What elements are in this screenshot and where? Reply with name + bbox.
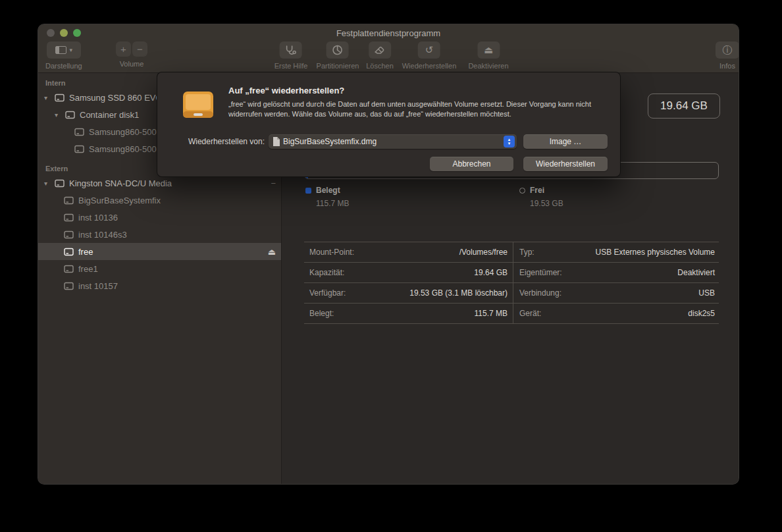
cell-value: USB — [698, 288, 715, 298]
legend-frei: Frei 19.53 GB — [519, 186, 563, 208]
volume-size-badge: 19.64 GB — [648, 93, 720, 119]
unmount-button[interactable]: ⏏ — [477, 41, 500, 59]
window-title: Festplattendienstprogramm — [38, 28, 739, 38]
legend-value: 19.53 GB — [530, 199, 563, 208]
sidebar-item-label: free1 — [78, 264, 98, 274]
volume-icon — [74, 145, 84, 153]
table-cell: Gerät: disk2s5 — [513, 303, 719, 323]
eraser-icon — [375, 45, 386, 55]
sidebar-item-free1[interactable]: free1 — [38, 260, 281, 277]
info-icon: ⓘ — [723, 44, 733, 57]
sidebar-item-label: inst 10136 — [78, 213, 118, 223]
toolbar-group-partition: Partitionieren — [317, 41, 359, 70]
eject-icon[interactable]: ⏏ — [268, 247, 276, 257]
cell-value: 115.7 MB — [475, 309, 508, 318]
stethoscope-icon — [285, 45, 297, 55]
stepper-down-icon: ▾ — [508, 142, 511, 146]
info-label: Infos — [719, 62, 735, 70]
window-header: Festplattendienstprogramm ▾ Darstellung … — [38, 24, 739, 73]
toolbar-group-first-aid: Erste Hilfe — [274, 41, 308, 70]
dialog-title: Auf „free“ wiederherstellen? — [228, 86, 344, 95]
remove-volume-button[interactable]: − — [132, 41, 147, 57]
first-aid-label: Erste Hilfe — [274, 62, 308, 70]
toolbar-group-erase: Löschen — [366, 41, 394, 70]
disk-utility-window: Festplattendienstprogramm ▾ Darstellung … — [38, 24, 739, 485]
cancel-button[interactable]: Abbrechen — [430, 157, 513, 171]
sidebar-item-label: free — [78, 247, 93, 257]
volume-icon — [64, 282, 74, 290]
toolbar-group-info: ⓘ Infos — [716, 41, 739, 70]
table-cell: Verfügbar: 19.53 GB (3.1 MB löschbar) — [304, 282, 513, 303]
table-cell: Eigentümer: Deaktiviert — [513, 262, 719, 282]
restore-label: Wiederherstellen — [402, 62, 457, 70]
sidebar-item-label: inst 10157 — [78, 281, 118, 291]
titlebar: Festplattendienstprogramm — [38, 24, 739, 40]
cell-label: Belegt: — [309, 309, 334, 318]
sidebar-item-inst-10146s3[interactable]: inst 10146s3 — [38, 226, 281, 243]
disk-icon — [65, 111, 75, 119]
unmount-minus-icon[interactable]: − — [271, 178, 276, 188]
volume-icon — [64, 196, 74, 205]
erase-button[interactable] — [369, 41, 391, 59]
sidebar-item-label: Samsung SSD 860 EVO — [69, 93, 163, 103]
sidebar-item-label: Samsung860-500 — [89, 144, 157, 154]
sidebar-item-label: Kingston SNA-DC/U Media — [69, 178, 172, 188]
add-volume-button[interactable]: + — [116, 41, 131, 57]
volume-icon — [64, 230, 74, 239]
restore-button[interactable]: ↺ — [418, 41, 440, 59]
cell-label: Gerät: — [519, 309, 541, 318]
sidebar-item-inst-10136[interactable]: inst 10136 — [38, 209, 281, 226]
info-button[interactable]: ⓘ — [716, 41, 739, 59]
toolbar-group-volume: + − Volume — [116, 41, 147, 68]
cell-value: /Volumes/free — [459, 248, 508, 257]
erase-label: Löschen — [366, 62, 394, 70]
cell-label: Mount-Point: — [309, 248, 354, 257]
first-aid-button[interactable] — [280, 41, 302, 59]
cell-value: 19.64 GB — [474, 268, 508, 277]
chevron-down-icon: ▾ — [70, 47, 73, 53]
restore-arrow-icon: ↺ — [425, 44, 434, 56]
cell-label: Typ: — [519, 248, 534, 257]
unmount-label: Deaktivieren — [468, 62, 508, 70]
table-cell: Verbindung: USB — [513, 282, 719, 303]
restore-dialog: Auf „free“ wiederherstellen? „free“ wird… — [157, 72, 621, 177]
volume-icon — [64, 248, 74, 256]
partition-icon-button[interactable] — [326, 41, 349, 59]
cell-label: Verfügbar: — [309, 288, 346, 298]
sidebar-item-free[interactable]: free ⏏ — [38, 243, 281, 260]
belegt-marker — [305, 188, 311, 194]
select-stepper-icon[interactable]: ▴ ▾ — [504, 136, 515, 147]
table-cell: Belegt: 115.7 MB — [304, 303, 513, 323]
disclosure-triangle-icon[interactable]: ▾ — [55, 111, 61, 119]
disclosure-triangle-icon[interactable]: ▾ — [44, 180, 51, 187]
pie-chart-icon — [332, 45, 343, 55]
cell-value: USB Externes physisches Volume — [596, 248, 715, 257]
cell-value: 19.53 GB (3.1 MB löschbar) — [409, 288, 508, 298]
sidebar-item-bigsurbasesystemfix[interactable]: BigSurBaseSystemfix — [38, 192, 281, 209]
volume-label: Volume — [120, 60, 144, 68]
frei-marker — [519, 188, 525, 194]
image-button[interactable]: Image … — [523, 134, 608, 149]
cell-label: Kapazität: — [309, 268, 344, 277]
volume-icon — [64, 213, 74, 222]
toolbar-group-view: ▾ Darstellung — [45, 41, 82, 70]
disclosure-triangle-icon[interactable]: ▾ — [44, 94, 51, 101]
sidebar-item-label: inst 10146s3 — [78, 230, 127, 240]
sidebar-item-label: Samsung860-500 — [89, 127, 157, 137]
toolbar-group-unmount: ⏏ Deaktivieren — [468, 41, 508, 70]
external-drive-icon — [180, 87, 216, 125]
selected-source: BigSurBaseSystemfix.dmg — [283, 137, 377, 146]
sidebar-icon — [55, 46, 66, 54]
document-icon — [273, 137, 280, 146]
eject-icon: ⏏ — [484, 44, 493, 56]
volume-info-table: Mount-Point: /Volumes/free Typ: USB Exte… — [304, 242, 719, 324]
partition-label: Partitionieren — [317, 62, 359, 70]
sidebar-item-inst-10157[interactable]: inst 10157 — [38, 277, 281, 294]
view-label: Darstellung — [45, 62, 82, 70]
confirm-restore-button[interactable]: Wiederherstellen — [523, 157, 608, 171]
sidebar-item-label: Container disk1 — [80, 110, 139, 120]
cell-value: Deaktiviert — [677, 268, 715, 277]
table-cell: Mount-Point: /Volumes/free — [304, 242, 513, 262]
view-button[interactable]: ▾ — [47, 41, 81, 59]
restore-source-select[interactable]: BigSurBaseSystemfix.dmg ▴ ▾ — [269, 134, 517, 149]
